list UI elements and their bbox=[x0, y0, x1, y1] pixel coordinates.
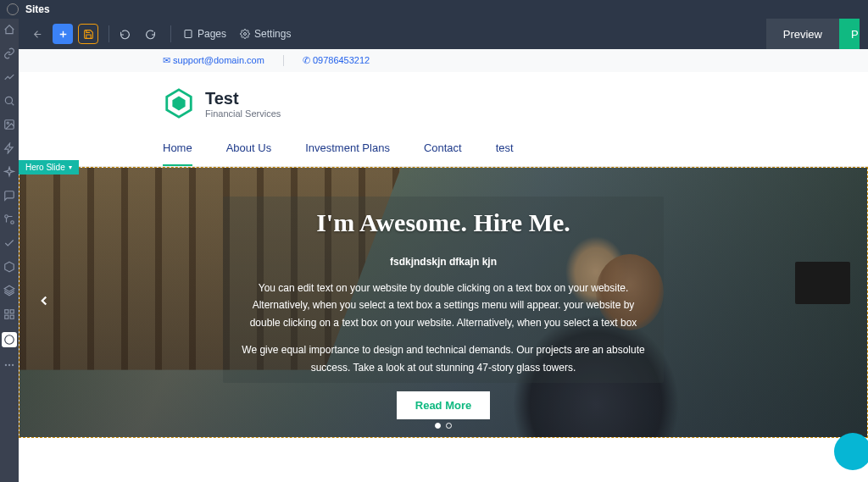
rail-check-icon[interactable] bbox=[3, 237, 15, 249]
rail-link-icon[interactable] bbox=[3, 47, 15, 59]
hero-content: I'm Awesome. Hire Me. fsdkjndskjn dfkajn… bbox=[19, 168, 867, 437]
settings-button[interactable]: Settings bbox=[233, 28, 298, 40]
left-rail bbox=[0, 19, 19, 482]
svg-point-10 bbox=[5, 364, 7, 366]
publish-button[interactable]: P bbox=[839, 19, 860, 49]
svg-point-2 bbox=[7, 122, 8, 124]
nav-about[interactable]: About Us bbox=[226, 141, 271, 166]
rail-cube-icon[interactable] bbox=[3, 261, 15, 273]
svg-point-9 bbox=[5, 335, 14, 345]
preview-button[interactable]: Preview bbox=[766, 19, 839, 49]
back-button[interactable] bbox=[27, 24, 47, 44]
pages-label: Pages bbox=[198, 28, 226, 40]
hero-block-tag[interactable]: Hero Slide bbox=[19, 160, 79, 175]
redo-button[interactable] bbox=[140, 24, 160, 44]
phone-link[interactable]: ✆ 09786453212 bbox=[303, 55, 370, 66]
svg-rect-5 bbox=[5, 310, 8, 313]
hero-paragraph-1[interactable]: You can edit text on your website by dou… bbox=[240, 280, 647, 331]
app-title: Sites bbox=[25, 3, 50, 15]
hero-paragraph-2[interactable]: We give equal importance to design and t… bbox=[240, 341, 647, 376]
svg-rect-8 bbox=[10, 315, 14, 319]
rail-search-icon[interactable] bbox=[3, 95, 15, 107]
nav-investment[interactable]: Investment Plans bbox=[305, 141, 390, 166]
rail-sparkle-icon[interactable] bbox=[3, 166, 15, 178]
brand-name[interactable]: Test bbox=[205, 89, 281, 108]
svg-rect-7 bbox=[5, 315, 8, 319]
svg-point-3 bbox=[5, 215, 8, 219]
nav-contact[interactable]: Contact bbox=[424, 141, 462, 166]
main-nav: Home About Us Investment Plans Contact t… bbox=[19, 131, 868, 167]
contact-bar: ✉ support@domain.com ✆ 09786453212 bbox=[19, 49, 868, 72]
svg-rect-6 bbox=[10, 310, 14, 313]
editor-area: Pages Settings Preview P ✉ support@domai… bbox=[19, 19, 868, 482]
chat-bubble-button[interactable] bbox=[834, 433, 868, 470]
canvas: ✉ support@domain.com ✆ 09786453212 Test … bbox=[19, 49, 868, 482]
rail-comment-icon[interactable] bbox=[3, 190, 15, 202]
undo-button[interactable] bbox=[114, 24, 135, 44]
brand-logo-icon bbox=[163, 87, 195, 119]
svg-point-0 bbox=[5, 97, 12, 103]
separator bbox=[108, 25, 109, 42]
rail-active-icon[interactable] bbox=[2, 332, 17, 347]
hero-slider[interactable]: I'm Awesome. Hire Me. fsdkjndskjn dfkajn… bbox=[19, 167, 868, 438]
rail-analytics-icon[interactable] bbox=[3, 71, 15, 83]
rail-bolt-icon[interactable] bbox=[3, 142, 15, 154]
email-link[interactable]: ✉ support@domain.com bbox=[163, 55, 264, 66]
pages-button[interactable]: Pages bbox=[176, 28, 233, 40]
app-topbar: Sites bbox=[0, 0, 868, 19]
nav-test[interactable]: test bbox=[496, 141, 514, 166]
svg-point-14 bbox=[244, 33, 247, 36]
app-logo-icon bbox=[7, 3, 19, 15]
hero-cta-button[interactable]: Read More bbox=[397, 391, 490, 419]
brand-bar: Test Financial Services bbox=[19, 72, 868, 131]
rail-home-icon[interactable] bbox=[3, 24, 15, 36]
hero-subtitle[interactable]: fsdkjndskjn dfkajn kjn bbox=[390, 256, 497, 268]
rail-more-icon[interactable] bbox=[3, 359, 15, 371]
settings-label: Settings bbox=[254, 28, 291, 40]
brand-tagline[interactable]: Financial Services bbox=[205, 108, 281, 119]
svg-point-12 bbox=[12, 364, 14, 366]
slider-prev-button[interactable] bbox=[31, 286, 57, 319]
add-button[interactable] bbox=[53, 24, 73, 44]
separator bbox=[170, 25, 171, 42]
rail-puzzle-icon[interactable] bbox=[3, 213, 15, 225]
save-button[interactable] bbox=[78, 24, 98, 44]
rail-layers-icon[interactable] bbox=[3, 285, 15, 296]
svg-rect-13 bbox=[185, 30, 192, 38]
rail-grid-icon[interactable] bbox=[3, 308, 15, 320]
rail-image-icon[interactable] bbox=[3, 119, 15, 130]
hero-title[interactable]: I'm Awesome. Hire Me. bbox=[316, 208, 570, 237]
nav-home[interactable]: Home bbox=[163, 141, 192, 166]
editor-toolbar: Pages Settings Preview P bbox=[19, 19, 868, 49]
svg-point-4 bbox=[11, 221, 14, 224]
svg-point-11 bbox=[8, 364, 10, 366]
